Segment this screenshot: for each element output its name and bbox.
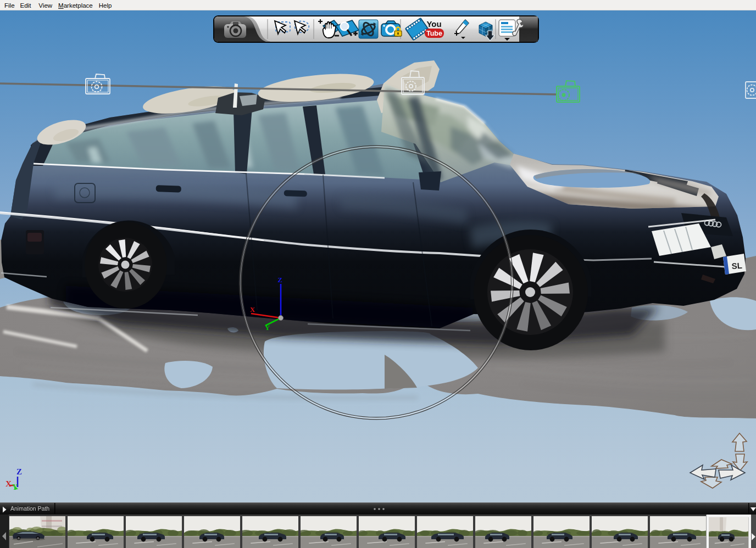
svg-text:Y: Y: [265, 323, 270, 332]
svg-text:Z: Z: [277, 276, 282, 284]
svg-text:Animation Path: Animation Path: [10, 505, 49, 512]
svg-text:You: You: [426, 19, 441, 29]
svg-text:Z: Z: [16, 467, 22, 476]
svg-text:Tube: Tube: [426, 30, 442, 37]
svg-text:SL: SL: [731, 261, 742, 271]
svg-text:Y: Y: [12, 483, 18, 491]
svg-text:X: X: [250, 305, 255, 314]
svg-text:X: X: [5, 479, 12, 488]
